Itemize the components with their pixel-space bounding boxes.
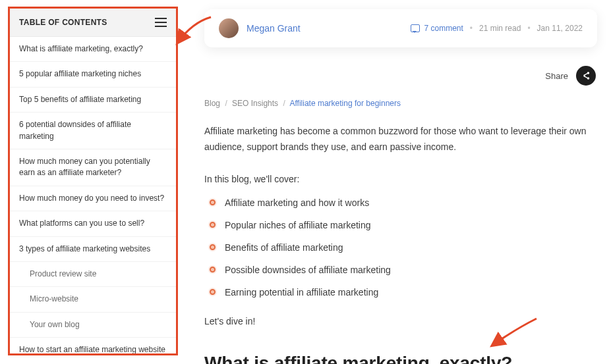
bullet-dot-icon [210, 199, 216, 205]
toc-title: TABLE OF CONTENTS [19, 18, 107, 27]
toc-item[interactable]: How to start an affiliate marketing webs… [10, 338, 176, 355]
table-of-contents: TABLE OF CONTENTS What is affiliate mark… [8, 7, 178, 355]
toc-item[interactable]: Your own blog [10, 313, 176, 338]
comment-icon [411, 24, 420, 32]
bullet-dot-icon [210, 244, 216, 250]
bullet-text: Possible downsides of affiliate marketin… [225, 265, 391, 275]
list-item: Possible downsides of affiliate marketin… [204, 265, 597, 275]
separator-dot: • [527, 24, 530, 33]
toc-item[interactable]: Micro-website [10, 287, 176, 312]
list-item: Popular niches of affiliate marketing [204, 220, 597, 230]
toc-item[interactable]: How much money do you need to invest? [10, 186, 176, 211]
list-item: Benefits of affiliate marketing [204, 242, 597, 253]
author-avatar[interactable] [219, 18, 239, 38]
bullet-text: Affiliate marketing and how it works [225, 197, 369, 208]
meta-card: Megan Grant 7 comment • 21 min read • Ja… [204, 9, 597, 47]
toc-item[interactable]: Product review site [10, 262, 176, 287]
list-item: Earning potential in affiliate marketing [204, 287, 597, 298]
breadcrumb-current[interactable]: Affiliate marketing for beginners [289, 99, 401, 108]
cover-line: In this blog, we'll cover: [204, 174, 597, 184]
toc-list: What is affiliate marketing, exactly?5 p… [10, 37, 176, 355]
breadcrumb: Blog / SEO Insights / Affiliate marketin… [204, 99, 597, 108]
toc-item[interactable]: 3 types of affiliate marketing websites [10, 237, 176, 262]
toc-item[interactable]: What is affiliate marketing, exactly? [10, 37, 176, 62]
bullet-dot-icon [210, 222, 216, 228]
separator-dot: • [470, 24, 473, 33]
author-name[interactable]: Megan Grant [246, 23, 301, 34]
comments-link[interactable]: 7 comment [411, 24, 463, 33]
read-time: 21 min read [479, 24, 521, 33]
bullet-dot-icon [210, 289, 216, 295]
toc-item[interactable]: Top 5 benefits of affiliate marketing [10, 88, 176, 113]
share-label: Share [545, 71, 568, 81]
bullet-list: Affiliate marketing and how it worksPopu… [204, 197, 597, 298]
hamburger-icon[interactable] [155, 18, 167, 27]
list-item: Affiliate marketing and how it works [204, 197, 597, 208]
bullet-text: Earning potential in affiliate marketing [225, 287, 378, 298]
publish-date: Jan 11, 2022 [537, 24, 583, 33]
toc-item[interactable]: 6 potential downsides of affiliate marke… [10, 113, 176, 149]
share-icon [581, 71, 591, 80]
toc-header: TABLE OF CONTENTS [10, 9, 176, 37]
dive-line: Let's dive in! [204, 316, 597, 326]
bullet-text: Popular niches of affiliate marketing [225, 220, 371, 230]
toc-item[interactable]: How much money can you potentially earn … [10, 149, 176, 186]
bullet-dot-icon [210, 267, 216, 273]
main-content: Megan Grant 7 comment • 21 min read • Ja… [204, 9, 597, 364]
intro-paragraph: Affiliate marketing has become a common … [204, 124, 597, 155]
toc-item[interactable]: 5 popular affiliate marketing niches [10, 62, 176, 87]
toc-item[interactable]: What platforms can you use to sell? [10, 211, 176, 236]
breadcrumb-seo[interactable]: SEO Insights [232, 99, 278, 108]
breadcrumb-sep: / [225, 99, 227, 108]
comments-count: 7 comment [424, 24, 463, 33]
share-button[interactable] [576, 66, 596, 86]
meta-right: 7 comment • 21 min read • Jan 11, 2022 [411, 24, 583, 33]
bullet-text: Benefits of affiliate marketing [225, 242, 343, 253]
section-heading: What is affiliate marketing, exactly? [204, 353, 597, 364]
breadcrumb-blog[interactable]: Blog [204, 99, 220, 108]
share-row: Share [204, 66, 596, 86]
breadcrumb-sep: / [283, 99, 285, 108]
